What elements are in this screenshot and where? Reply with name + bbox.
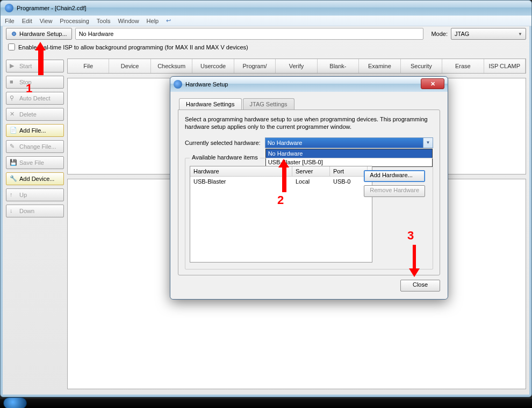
selected-hardware-value: No Hardware	[79, 31, 114, 37]
window-title: Programmer - [Chain2.cdf]	[17, 5, 87, 11]
selected-hardware-display: No Hardware	[75, 28, 424, 40]
enable-realtime-isp-checkbox[interactable]	[8, 43, 15, 50]
cell-server: Local	[292, 177, 330, 186]
menu-view[interactable]: View	[40, 18, 53, 24]
col-examine[interactable]: Examine	[359, 59, 400, 73]
close-button[interactable]: Close	[400, 280, 440, 292]
add-device-button[interactable]: 🔧Add Device...	[6, 172, 64, 185]
hardware-setup-button[interactable]: Hardware Setup...	[6, 28, 72, 40]
combo-option-none[interactable]: No Hardware	[266, 149, 432, 158]
mode-select[interactable]: JTAG	[451, 28, 526, 40]
up-button[interactable]: ↑Up	[6, 188, 64, 201]
combo-selected: No Hardware	[265, 138, 423, 148]
tab-jtag-settings[interactable]: JTAG Settings	[243, 98, 294, 110]
mode-value: JTAG	[455, 31, 469, 37]
app-icon	[5, 4, 13, 12]
detect-icon: ⚲	[10, 94, 17, 102]
mode-label: Mode:	[431, 31, 448, 37]
chevron-down-icon[interactable]	[423, 138, 433, 148]
taskbar[interactable]	[0, 398, 532, 408]
sidebar: ▶Start ■Stop ⚲Auto Detect ✕Delete 📄Add F…	[6, 59, 64, 389]
current-hardware-combo[interactable]: No Hardware No Hardware USB-Blaster [USB…	[265, 137, 433, 148]
remove-hardware-button[interactable]: Remove Hardware	[364, 185, 425, 197]
auto-detect-button[interactable]: ⚲Auto Detect	[6, 92, 64, 105]
device-icon: 🔧	[10, 175, 17, 183]
col-program[interactable]: Program/	[234, 59, 276, 73]
col-isp-clamp[interactable]: ISP CLAMP	[484, 59, 526, 73]
add-file-button[interactable]: 📄Add File...	[6, 124, 64, 137]
col-security[interactable]: Security	[401, 59, 442, 73]
hardware-table: Hardware Server Port USB-Blaster Local U…	[190, 166, 372, 263]
change-file-button[interactable]: ✎Change File...	[6, 140, 64, 153]
start-orb[interactable]	[3, 397, 27, 408]
col-usercode[interactable]: Usercode	[192, 59, 234, 73]
col-verify[interactable]: Verify	[276, 59, 317, 73]
file-icon: 📄	[10, 127, 17, 134]
col-file[interactable]: File	[68, 59, 109, 73]
change-icon: ✎	[10, 143, 17, 150]
th-port[interactable]: Port	[330, 166, 368, 176]
th-server[interactable]: Server	[292, 166, 330, 176]
tab-hardware-settings[interactable]: Hardware Settings	[179, 98, 242, 110]
col-blank[interactable]: Blank-	[318, 59, 359, 73]
hardware-setup-label: Hardware Setup...	[19, 31, 67, 37]
titlebar: Programmer - [Chain2.cdf]	[1, 1, 531, 16]
dialog-title: Hardware Setup	[185, 81, 228, 88]
menu-tools[interactable]: Tools	[97, 18, 111, 24]
dialog-icon	[174, 80, 182, 89]
menu-processing[interactable]: Processing	[60, 18, 89, 24]
col-checksum[interactable]: Checksum	[151, 59, 192, 73]
col-device[interactable]: Device	[109, 59, 150, 73]
add-hardware-button[interactable]: Add Hardware...	[364, 170, 425, 182]
current-hardware-label: Currently selected hardware:	[185, 140, 261, 146]
start-button[interactable]: ▶Start	[6, 60, 64, 72]
grid-header: File Device Checksum Usercode Program/ V…	[67, 59, 526, 74]
stop-button[interactable]: ■Stop	[6, 76, 64, 89]
up-icon: ↑	[10, 191, 17, 199]
cell-hardware: USB-Blaster	[190, 177, 292, 186]
table-row[interactable]: USB-Blaster Local USB-0	[190, 177, 372, 186]
dialog-close-x[interactable]: ✕	[421, 78, 444, 89]
enable-isp-label: Enable real-time ISP to allow background…	[18, 44, 248, 50]
cell-port: USB-0	[330, 177, 368, 186]
th-hardware[interactable]: Hardware	[190, 166, 292, 176]
menubar: File Edit View Processing Tools Window H…	[1, 16, 531, 26]
dialog-description: Select a programming hardware setup to u…	[185, 115, 433, 131]
menu-edit[interactable]: Edit	[22, 18, 32, 24]
hardware-setup-dialog: Hardware Setup ✕ Hardware Settings JTAG …	[170, 76, 448, 300]
stop-icon: ■	[10, 78, 17, 86]
help-icon[interactable]: ↩	[166, 17, 171, 24]
col-erase[interactable]: Erase	[442, 59, 484, 73]
menu-window[interactable]: Window	[118, 18, 139, 24]
delete-button[interactable]: ✕Delete	[6, 108, 64, 121]
available-hardware-legend: Available hardware items	[190, 154, 260, 161]
dialog-titlebar[interactable]: Hardware Setup ✕	[170, 77, 448, 92]
delete-icon: ✕	[10, 111, 17, 118]
save-file-button[interactable]: 💾Save File	[6, 156, 64, 169]
down-icon: ↓	[10, 207, 17, 215]
down-button[interactable]: ↓Down	[6, 205, 64, 217]
play-icon: ▶	[10, 62, 17, 70]
menu-help[interactable]: Help	[147, 18, 159, 24]
gear-icon	[11, 31, 17, 37]
save-icon: 💾	[10, 159, 17, 166]
menu-file[interactable]: File	[5, 18, 15, 24]
